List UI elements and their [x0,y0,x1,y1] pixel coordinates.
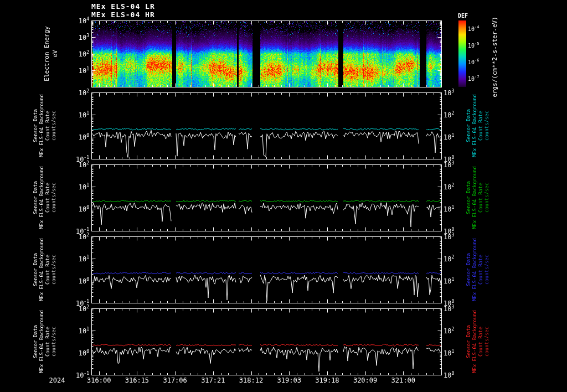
panel5-left-tick-label-0: 102 [79,305,89,312]
panel2-right-axis-title-line-3: counts/sec [484,111,489,141]
x-axis-tick-label-2: 317:06 [163,377,187,384]
panel3-left-tick-label-0: 102 [79,161,89,168]
panel3-right-tick-label-2: 101 [444,205,454,213]
panel5-right-axis-title-line-1: MEx ELS-04 Background [472,310,477,373]
panel3-right-tick-label-0: 103 [444,161,454,168]
panel3-right-axis-title-line-2: Count Rate [478,183,483,213]
panel5-left-axis-title-line-2: Count Rate [45,327,50,357]
panel2-left-tick-label-2: 100 [79,133,89,141]
panel5-right-tick-label-3: 100 [444,372,454,379]
spectrogram-y-tick-label-3: 101 [79,67,89,74]
panel2-left-axis-title-line-0: Sensor Data [33,109,38,142]
x-axis-tick-label-3: 317:21 [201,377,225,384]
panel3-left-axis-title-line-1: MEx ELS-04 Background [39,166,44,229]
science-plot-screen: MEx ELS-04 LR MEx ELS-04 HR 2024 DEF 104… [0,0,567,392]
panel4-left-tick-label-1: 101 [79,255,89,262]
colorbar-tick-label-2: 10-6 [468,59,479,65]
panel2-right-axis-title-line-0: Sensor Data [466,109,471,142]
panel4-left-axis-title-line-0: Sensor Data [33,253,38,286]
colorbar-def-label: DEF [458,13,468,19]
panel5-right-tick-label-1: 102 [444,327,454,334]
panel3-left-axis-title-line-2: Count Rate [45,183,50,213]
spectrogram-y-axis-title: Electron Energy [44,26,50,81]
panel4-right-axis-title-line-3: counts/sec [484,255,489,285]
panel2-right-axis-title-line-1: MEx ELS-04 Background [472,94,477,157]
panel4-right-axis-title-line-0: Sensor Data [466,253,471,286]
panel4-left-tick-label-2: 100 [79,277,89,285]
panel4-right-axis-title-line-1: MEx ELS-04 Background [472,238,477,301]
panel5-right-axis-title-line-3: counts/sec [484,327,489,357]
panel2-right-axis-title-line-2: Count Rate [478,111,483,141]
x-axis-year-label: 2024 [49,377,65,384]
panel2-left-tick-label-1: 101 [79,111,89,118]
panel4-left-axis-title-line-3: counts/sec [51,255,56,285]
panel4-right-axis-title-line-2: Count Rate [478,255,483,285]
panel5-left-tick-label-2: 100 [79,349,89,357]
panel5-right-axis-title-line-2: Count Rate [478,327,483,357]
panel3-left-tick-label-1: 101 [79,183,89,190]
panel2-left-axis-title-line-2: Count Rate [45,111,50,141]
panel4-right-tick-label-1: 102 [444,255,454,262]
colorbar-tick-label-3: 10-7 [468,75,479,81]
spectrogram-y-tick-label-0: 104 [79,17,89,24]
x-axis-tick-label-1: 316:15 [125,377,149,384]
spectrogram-y-axis-units: eV [52,50,58,57]
panel5-left-axis-title-line-1: MEx ELS-04 Background [39,310,44,373]
x-axis-tick-label-8: 321:00 [391,377,415,384]
panel5-left-axis-title-line-0: Sensor Data [33,325,38,358]
panel5-right-tick-label-0: 103 [444,305,454,312]
panel5-right-axis-title-line-0: Sensor Data [466,325,471,358]
colorbar-units-label: ergs/(cm**2-s-ster-eV) [492,17,498,97]
panel4-right-tick-label-0: 103 [444,233,454,240]
colorbar-tick-label-1: 10-5 [468,42,479,48]
colorbar-tick-label-0: 10-4 [468,25,479,32]
panel3-right-axis-title-line-1: MEx ELS-04 Background [472,166,477,229]
panel5-left-axis-title-line-3: counts/sec [51,327,56,357]
panel3-left-tick-label-2: 100 [79,205,89,213]
x-axis-tick-label-7: 320:09 [353,377,377,384]
panel3-left-axis-title-line-3: counts/sec [51,183,56,213]
spectrogram-y-tick-label-2: 102 [79,50,89,58]
plot-title-line-hr: MEx ELS-04 HR [91,11,155,19]
panel3-left-axis-title-line-0: Sensor Data [33,181,38,214]
spectrogram-y-tick-label-1: 103 [79,34,89,41]
panel4-right-tick-label-2: 101 [444,277,454,285]
panel4-left-axis-title-line-1: MEx ELS-04 Background [39,238,44,301]
panel4-left-tick-label-0: 102 [79,233,89,240]
panel2-right-tick-label-0: 103 [444,89,454,96]
x-axis-tick-label-0: 316:00 [87,377,111,384]
panel3-right-axis-title-line-0: Sensor Data [466,181,471,214]
panel4-left-axis-title-line-2: Count Rate [45,255,50,285]
x-axis-tick-label-5: 319:03 [277,377,301,384]
panel2-left-axis-title-line-3: counts/sec [51,111,56,141]
panel2-left-tick-label-0: 102 [79,89,89,96]
x-axis-tick-label-4: 318:12 [239,377,263,384]
panel2-right-tick-label-1: 102 [444,111,454,118]
x-axis-tick-label-6: 319:18 [315,377,339,384]
panel3-right-tick-label-1: 102 [444,183,454,190]
panel2-left-axis-title-line-1: MEx ELS-04 Background [39,94,44,157]
panel5-left-tick-label-1: 101 [79,327,89,334]
plot-title-line-lr: MEx ELS-04 LR [91,2,155,11]
panel3-right-axis-title-line-3: counts/sec [484,183,489,213]
panel5-right-tick-label-2: 101 [444,349,454,357]
panel2-right-tick-label-2: 101 [444,133,454,141]
